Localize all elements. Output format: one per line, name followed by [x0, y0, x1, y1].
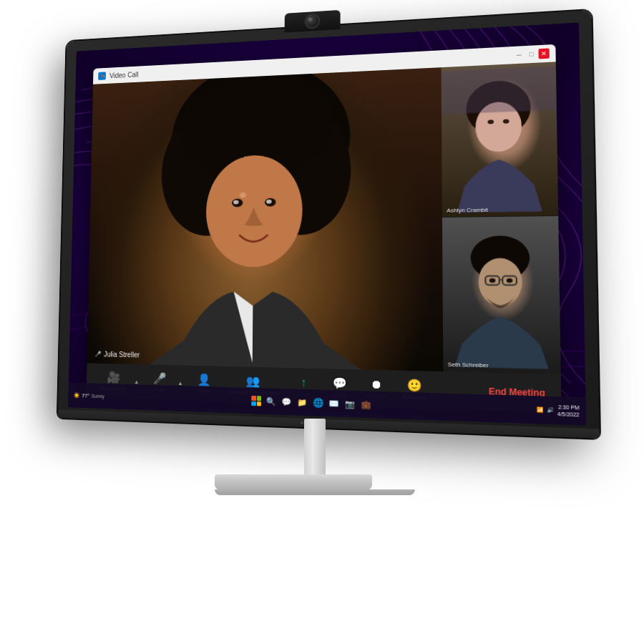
speaker-name: Julia Streller	[104, 351, 140, 359]
stop-video-icon: 🎥	[107, 371, 120, 384]
chat-icon: 💬	[332, 376, 346, 391]
minimize-button[interactable]: ─	[514, 49, 525, 60]
taskbar-right: 📶 🔊 2:30 PM 4/5/2022	[536, 403, 586, 419]
chat-taskbar-icon[interactable]: 💬	[280, 396, 292, 408]
window-controls: ─ □ ✕	[514, 48, 550, 60]
speaker-face-svg	[87, 67, 444, 371]
taskbar-wifi-icon: 📶	[536, 406, 543, 413]
manage-participants-icon: 👥	[246, 374, 260, 389]
monitor-bezel: 📹 Video Call ─ □ ✕	[58, 10, 600, 439]
participant-1-name: Ashlyn Crambit	[447, 207, 488, 214]
screen: 📹 Video Call ─ □ ✕	[68, 22, 586, 425]
monitor-outer: 📹 Video Call ─ □ ✕	[43, 21, 587, 522]
taskbar-sound-icon: 🔊	[547, 407, 554, 414]
mic-active-icon: 🎤	[94, 351, 101, 357]
participant-thumb-2: Seth Schreiber	[442, 216, 561, 374]
share-icon: ↑	[301, 376, 306, 389]
taskbar-center: 🔍 💬 📁 🌐 ✉️ 📷 💼	[251, 395, 372, 411]
weather-condition: Sunny	[92, 393, 104, 398]
taskbar-clock[interactable]: 2:30 PM 4/5/2022	[557, 404, 580, 419]
stand-neck	[304, 419, 326, 476]
mute-icon: 🎤	[153, 371, 167, 385]
close-button[interactable]: ✕	[538, 48, 549, 59]
participant-1-face	[441, 62, 559, 217]
maximize-button[interactable]: □	[526, 49, 537, 59]
clock-date: 4/5/2022	[557, 411, 580, 419]
participants-panel: Ashlyn Crambit	[441, 62, 561, 374]
temperature: 77°	[82, 392, 89, 399]
invite-icon: 👤	[197, 373, 210, 386]
windows-start-button[interactable]	[251, 396, 261, 406]
edge-icon[interactable]: 🌐	[312, 397, 323, 409]
weather-icon: ☀️	[74, 392, 80, 399]
main-video-feed: 🎤 Julia Streller	[87, 67, 444, 371]
mail-icon[interactable]: ✉️	[328, 397, 339, 409]
speaker-label: 🎤 Julia Streller	[94, 350, 140, 358]
file-explorer-icon[interactable]: 📁	[296, 396, 308, 409]
stand-base	[215, 474, 372, 490]
teams-icon[interactable]: 💼	[360, 399, 371, 411]
camera-taskbar-icon[interactable]: 📷	[344, 398, 356, 410]
webcam-lens	[305, 14, 320, 29]
reaction-icon: 🙂	[406, 378, 421, 392]
monitor-stand	[215, 419, 415, 495]
main-speaker-video	[87, 67, 444, 371]
participant-2-face	[442, 216, 561, 374]
taskbar-weather: ☀️ 77° Sunny	[74, 392, 104, 399]
search-taskbar-icon[interactable]: 🔍	[265, 396, 277, 408]
participant-thumb-1: Ashlyn Crambit	[441, 62, 559, 218]
record-icon: ⏺	[371, 378, 383, 391]
participant-1-video	[441, 62, 559, 217]
app-icon: 📹	[98, 72, 106, 80]
stand-base-bottom	[215, 489, 415, 495]
video-call-window: 📹 Video Call ─ □ ✕	[86, 44, 561, 413]
webcam-housing	[285, 10, 341, 33]
svg-rect-15	[441, 66, 557, 114]
participant-2-name: Seth Schreiber	[448, 361, 489, 369]
participant-2-video	[442, 216, 561, 374]
scene: 📹 Video Call ─ □ ✕	[0, 0, 644, 644]
